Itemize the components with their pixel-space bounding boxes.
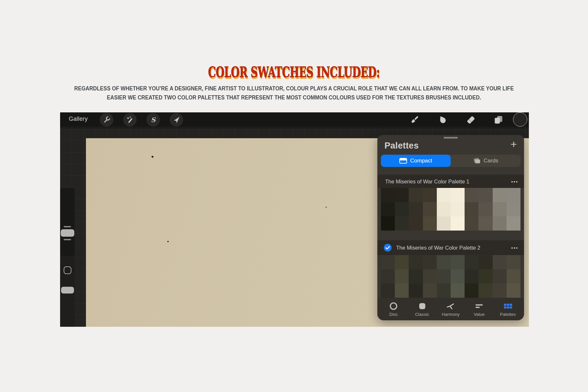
color-swatch[interactable] [409,216,423,231]
color-swatch[interactable] [507,284,520,298]
color-swatch[interactable] [493,284,507,298]
color-swatch[interactable] [437,216,451,231]
color-swatch[interactable] [395,255,409,269]
tab-classic-label: Classic [415,312,429,317]
palettes-icon [503,301,513,311]
palette-2-header[interactable]: The Miseries of War Color Palette 2 ••• [377,240,524,255]
palette-1-header[interactable]: The Miseries of War Color Palette 1 ••• [377,175,524,188]
tab-value[interactable]: Value [465,301,493,317]
color-swatch[interactable] [507,269,520,284]
color-swatch[interactable] [507,216,520,231]
color-swatch[interactable] [395,216,409,231]
tab-cards-label: Cards [484,158,498,164]
brush-size-handle[interactable] [61,229,74,237]
layers-icon [493,114,504,125]
brush-size-slider[interactable] [61,188,74,256]
tab-disc[interactable]: Disc [380,301,407,317]
page-title-text: COLOR SWATCHES INCLUDED: [208,64,380,80]
paint-brush-icon [409,114,420,125]
color-swatch[interactable] [395,269,409,284]
color-swatch[interactable] [465,255,478,269]
color-swatch[interactable] [478,188,492,202]
palettes-panel: Palettes + Compact Cards The Miseries of… [377,135,524,320]
color-swatch[interactable] [423,269,437,284]
color-swatch[interactable] [465,269,478,284]
color-swatch[interactable] [478,284,492,298]
color-swatch[interactable] [423,202,437,216]
color-swatch[interactable] [465,284,478,298]
add-palette-button[interactable]: + [508,138,520,150]
brush-tool-button[interactable] [409,114,420,126]
active-color-button[interactable] [513,112,527,127]
tab-harmony[interactable]: Harmony [437,301,465,317]
eraser-icon [465,114,476,125]
color-swatch[interactable] [423,216,437,231]
tab-palettes[interactable]: Palettes [494,301,522,317]
color-swatch[interactable] [423,284,437,298]
color-swatch[interactable] [465,202,478,216]
color-swatch[interactable] [493,255,507,269]
color-swatch[interactable] [409,284,423,298]
color-swatch[interactable] [478,269,492,284]
color-swatch[interactable] [381,188,395,202]
color-swatch[interactable] [381,269,395,284]
color-swatch[interactable] [493,202,507,216]
color-swatch[interactable] [451,269,465,284]
panel-drag-handle[interactable] [444,137,458,139]
opacity-handle[interactable] [61,287,74,294]
color-swatch[interactable] [451,202,465,216]
tab-classic[interactable]: Classic [408,301,436,317]
color-swatch[interactable] [507,202,520,216]
color-swatch[interactable] [381,216,395,231]
color-swatch[interactable] [395,284,409,298]
modify-button[interactable] [64,266,71,274]
color-swatch[interactable] [437,202,451,216]
color-swatch[interactable] [493,188,507,202]
color-swatch[interactable] [423,188,437,202]
color-swatch[interactable] [409,202,423,216]
layers-button[interactable] [493,114,504,126]
tab-compact[interactable]: Compact [381,155,451,167]
slider-tick [64,239,71,240]
color-swatch[interactable] [395,202,409,216]
tab-value-label: Value [474,312,485,317]
eraser-tool-button[interactable] [465,114,477,126]
color-swatch[interactable] [409,255,423,269]
color-swatch[interactable] [465,216,478,231]
color-swatch[interactable] [478,216,492,231]
tab-cards[interactable]: Cards [451,155,520,167]
transform-button[interactable] [170,113,183,127]
color-swatch[interactable] [395,188,409,202]
color-swatch[interactable] [493,269,507,284]
color-swatch[interactable] [451,255,465,269]
adjustments-button[interactable] [123,113,137,127]
color-swatch[interactable] [381,255,395,269]
color-swatch[interactable] [478,202,492,216]
color-swatch[interactable] [437,284,451,298]
color-swatch[interactable] [437,188,451,202]
smudge-tool-button[interactable] [437,114,448,126]
color-swatch[interactable] [478,255,492,269]
color-swatch[interactable] [507,255,520,269]
color-swatch[interactable] [451,188,465,202]
selection-button[interactable]: S [146,113,160,127]
color-swatch[interactable] [493,216,507,231]
color-swatch[interactable] [409,188,423,202]
color-swatch[interactable] [437,269,451,284]
color-swatch[interactable] [465,188,478,202]
color-swatch[interactable] [507,188,520,202]
color-swatch[interactable] [451,284,465,298]
actions-button[interactable] [100,113,113,127]
color-swatch[interactable] [451,216,465,231]
palette-1-menu-button[interactable]: ••• [511,179,518,184]
view-mode-segmented-control: Compact Cards [381,155,520,167]
color-swatch[interactable] [381,284,395,298]
top-toolbar: Gallery S [60,112,529,127]
color-swatch[interactable] [437,255,451,269]
color-swatch[interactable] [409,269,423,284]
gallery-button[interactable]: Gallery [69,116,88,122]
color-swatch[interactable] [423,255,437,269]
paper-speck [167,241,169,242]
palette-2-menu-button[interactable]: ••• [511,245,518,251]
color-swatch[interactable] [381,202,395,216]
